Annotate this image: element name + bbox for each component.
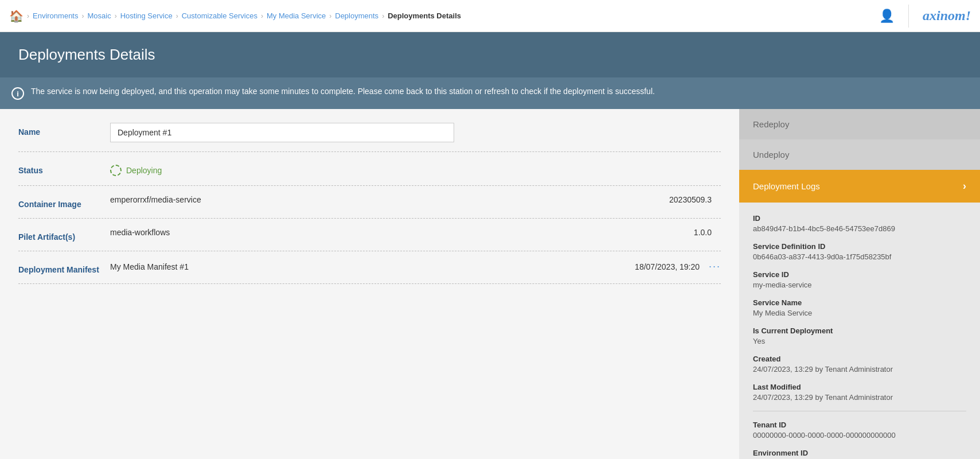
- last-modified-label: Last Modified: [753, 383, 966, 391]
- environment-id-label: Environment ID: [753, 449, 966, 457]
- status-spinner-icon: [110, 165, 122, 176]
- breadcrumb-separator-4: ›: [261, 12, 263, 20]
- pilet-artifact-name: media-workflows: [110, 228, 694, 237]
- breadcrumb-my-media-service[interactable]: My Media Service: [267, 11, 326, 20]
- breadcrumb-environments[interactable]: Environments: [33, 11, 78, 20]
- last-modified-value: 24/07/2023, 13:29 by Tenant Administrato…: [753, 393, 966, 402]
- arrow-right-icon: ›: [963, 180, 966, 192]
- deployment-manifest-label: Deployment Manifest: [18, 260, 110, 274]
- manifest-date: 18/07/2023, 19:20: [635, 262, 700, 271]
- service-name-label: Service Name: [753, 298, 966, 307]
- deployment-manifest-field-row: Deployment Manifest My Media Manifest #1…: [18, 260, 721, 284]
- pilet-artifact-row: media-workflows 1.0.0: [110, 228, 721, 237]
- deployment-logs-button[interactable]: Deployment Logs ›: [739, 170, 980, 203]
- pilet-artifacts-value: media-workflows 1.0.0: [110, 228, 721, 237]
- info-icon: i: [11, 87, 24, 100]
- environment-id-field: Environment ID 0f009387-90b6-4882-b83e-0…: [753, 449, 966, 459]
- name-value: [110, 123, 721, 142]
- service-name-field: Service Name My Media Service: [753, 298, 966, 317]
- id-label: ID: [753, 214, 966, 223]
- breadcrumb-customizable-services[interactable]: Customizable Services: [182, 11, 257, 20]
- nav-right: 👤 axinom!: [879, 5, 971, 28]
- breadcrumb-separator-6: ›: [382, 12, 384, 20]
- service-name-value: My Media Service: [753, 309, 966, 317]
- last-modified-field: Last Modified 24/07/2023, 13:29 by Tenan…: [753, 383, 966, 402]
- status-value: Deploying: [110, 161, 721, 176]
- is-current-label: Is Current Deployment: [753, 326, 966, 335]
- container-image-value: emperorrxf/media-service 20230509.3: [110, 195, 721, 204]
- right-container: Redeploy Undeploy Deployment Logs › ID a…: [739, 109, 980, 459]
- breadcrumb-separator-1: ›: [81, 12, 84, 20]
- name-input[interactable]: [110, 123, 454, 142]
- service-def-id-field: Service Definition ID 0b646a03-a837-4413…: [753, 242, 966, 261]
- breadcrumb-separator-5: ›: [329, 12, 331, 20]
- pilet-artifact-version: 1.0.0: [694, 228, 712, 237]
- container-image-field-row: Container Image emperorrxf/media-service…: [18, 195, 721, 219]
- info-banner: i The service is now being deployed, and…: [0, 77, 980, 109]
- tenant-id-field: Tenant ID 00000000-0000-0000-0000-000000…: [753, 421, 966, 439]
- container-image-label: Container Image: [18, 195, 110, 209]
- is-current-field: Is Current Deployment Yes: [753, 326, 966, 345]
- page-title: Deployments Details: [18, 46, 962, 64]
- service-id-field: Service ID my-media-service: [753, 270, 966, 289]
- breadcrumb-deployments[interactable]: Deployments: [335, 11, 378, 20]
- status-label: Status: [18, 161, 110, 175]
- info-message: The service is now being deployed, and t…: [31, 87, 655, 96]
- status-field-row: Status Deploying: [18, 161, 721, 186]
- right-info-panel: ID ab849d47-b1b4-4bc5-8e46-54753ee7d869 …: [739, 203, 980, 459]
- top-navigation: 🏠 › Environments › Mosaic › Hosting Serv…: [0, 0, 980, 32]
- service-id-label: Service ID: [753, 270, 966, 279]
- breadcrumb-mosaic[interactable]: Mosaic: [87, 11, 111, 20]
- deployment-logs-label: Deployment Logs: [753, 181, 820, 191]
- tenant-id-value: 00000000-0000-0000-0000-000000000000: [753, 431, 966, 439]
- manifest-row: My Media Manifest #1 18/07/2023, 19:20 ·…: [110, 260, 721, 273]
- right-actions: Redeploy Undeploy Deployment Logs ›: [739, 109, 980, 203]
- is-current-value: Yes: [753, 337, 966, 345]
- name-label: Name: [18, 123, 110, 137]
- status-display: Deploying: [110, 161, 721, 176]
- info-divider: [753, 411, 966, 411]
- tenant-id-label: Tenant ID: [753, 421, 966, 429]
- manifest-name: My Media Manifest #1: [110, 262, 635, 271]
- created-value: 24/07/2023, 13:29 by Tenant Administrato…: [753, 365, 966, 374]
- nav-divider: [908, 5, 909, 28]
- breadcrumb-area: 🏠 › Environments › Mosaic › Hosting Serv…: [9, 9, 879, 23]
- breadcrumb-hosting-service[interactable]: Hosting Service: [120, 11, 173, 20]
- container-image-row: emperorrxf/media-service 20230509.3: [110, 195, 721, 204]
- id-field: ID ab849d47-b1b4-4bc5-8e46-54753ee7d869: [753, 214, 966, 233]
- breadcrumb-separator-2: ›: [115, 12, 117, 20]
- manifest-menu-icon[interactable]: ···: [709, 260, 721, 273]
- id-value: ab849d47-b1b4-4bc5-8e46-54753ee7d869: [753, 224, 966, 233]
- breadcrumb-separator-0: ›: [27, 12, 29, 20]
- container-image-version: 20230509.3: [669, 195, 712, 204]
- user-icon[interactable]: 👤: [879, 9, 895, 24]
- page-header: Deployments Details: [0, 32, 980, 77]
- service-id-value: my-media-service: [753, 281, 966, 289]
- brand-logo: axinom!: [923, 8, 971, 24]
- container-image-name: emperorrxf/media-service: [110, 195, 669, 204]
- left-content: Name Status Deploying Container Image em…: [0, 109, 739, 459]
- created-field: Created 24/07/2023, 13:29 by Tenant Admi…: [753, 355, 966, 374]
- home-icon[interactable]: 🏠: [9, 9, 24, 23]
- redeploy-button[interactable]: Redeploy: [739, 109, 980, 139]
- breadcrumb-separator-3: ›: [176, 12, 178, 20]
- status-text: Deploying: [126, 166, 162, 175]
- breadcrumb-deployments-details: Deployments Details: [388, 11, 461, 20]
- service-def-id-value: 0b646a03-a837-4413-9d0a-1f75d58235bf: [753, 252, 966, 261]
- created-label: Created: [753, 355, 966, 363]
- main-layout: Name Status Deploying Container Image em…: [0, 109, 980, 459]
- undeploy-button[interactable]: Undeploy: [739, 139, 980, 170]
- deployment-manifest-value: My Media Manifest #1 18/07/2023, 19:20 ·…: [110, 260, 721, 273]
- pilet-artifacts-field-row: Pilet Artifact(s) media-workflows 1.0.0: [18, 228, 721, 251]
- pilet-artifacts-label: Pilet Artifact(s): [18, 228, 110, 242]
- service-def-id-label: Service Definition ID: [753, 242, 966, 251]
- name-field-row: Name: [18, 123, 721, 152]
